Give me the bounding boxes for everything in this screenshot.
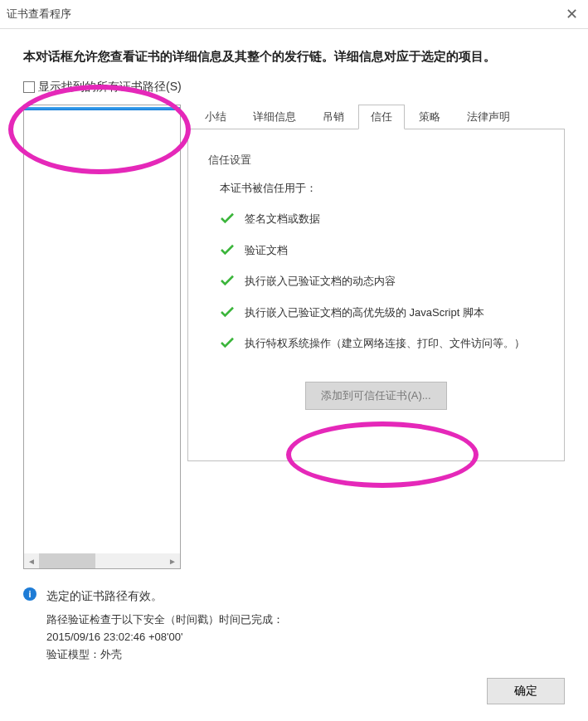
trust-item-dynamic: 执行嵌入已验证文档的动态内容 [220,273,544,290]
trust-item-label: 执行特权系统操作（建立网络连接、打印、文件访问等。） [245,335,525,352]
validation-line1: 路径验证检查于以下安全（时间戳）时间已完成： [46,611,284,629]
cert-tree-child[interactable] [24,110,180,112]
trust-section-title: 信任设置 [208,153,544,168]
validation-timestamp: 2015/09/16 23:02:46 +08'00' [46,629,284,646]
scroll-track[interactable] [39,553,165,568]
check-icon [220,275,235,286]
trust-item-sign: 签名文档或数据 [220,211,544,227]
check-icon [220,306,235,318]
footer: i 选定的证书路径有效。 路径验证检查于以下安全（时间戳）时间已完成： 2015… [23,586,565,664]
main-row: ◄ ► 小结 详细信息 吊销 信任 策略 法律声明 信任设置 本证书被信任用于： [23,105,565,569]
check-icon [220,212,235,224]
show-all-paths-row: 显示找到的所有证书路径(S) [23,80,565,95]
validation-model: 验证模型：外壳 [46,646,284,664]
ok-button[interactable]: 确定 [487,678,565,704]
show-all-paths-label: 显示找到的所有证书路径(S) [38,80,182,95]
check-icon [220,337,235,348]
bottom-bar: 确定 [487,678,565,704]
path-valid-status: 选定的证书路径有效。 [46,586,284,607]
add-to-trusted-button[interactable]: 添加到可信任证书(A)... [305,382,446,410]
info-icon: i [23,587,36,601]
trust-item-label: 签名文档或数据 [245,211,320,227]
right-panel: 小结 详细信息 吊销 信任 策略 法律声明 信任设置 本证书被信任用于： 签名文… [187,105,565,461]
trust-item-verify: 验证文档 [220,242,544,259]
dialog-description: 本对话框允许您查看证书的详细信息及其整个的发行链。详细信息对应于选定的项目。 [23,49,565,65]
tab-legal[interactable]: 法律声明 [454,105,522,129]
tab-content: 信任设置 本证书被信任用于： 签名文档或数据 验证文档 [187,129,565,461]
trust-item-privileged: 执行特权系统操作（建立网络连接、打印、文件访问等。） [220,335,544,352]
tab-details[interactable]: 详细信息 [241,105,309,129]
title-bar: 证书查看程序 ✕ [0,0,588,29]
scroll-left-icon[interactable]: ◄ [24,553,39,568]
tab-trust[interactable]: 信任 [358,105,405,129]
cert-tree-panel[interactable]: ◄ ► [23,105,181,569]
footer-texts: 选定的证书路径有效。 路径验证检查于以下安全（时间戳）时间已完成： 2015/0… [46,586,284,664]
tab-summary[interactable]: 小结 [192,105,239,129]
scroll-right-icon[interactable]: ► [165,553,180,568]
trust-item-js: 执行嵌入已验证文档的高优先级的 JavaScript 脚本 [220,304,544,321]
show-all-paths-checkbox[interactable] [23,81,35,93]
window-title: 证书查看程序 [7,7,71,22]
trust-list: 签名文档或数据 验证文档 执行嵌入已验证文档的动态内容 [220,211,544,352]
close-icon[interactable]: ✕ [566,5,578,23]
trust-item-label: 执行嵌入已验证文档的动态内容 [245,273,396,290]
tab-revocation[interactable]: 吊销 [310,105,357,129]
dialog-content: 本对话框允许您查看证书的详细信息及其整个的发行链。详细信息对应于选定的项目。 显… [0,29,588,680]
tab-policy[interactable]: 策略 [406,105,453,129]
add-trusted-wrap: 添加到可信任证书(A)... [208,382,544,410]
trust-item-label: 执行嵌入已验证文档的高优先级的 JavaScript 脚本 [245,304,484,321]
trust-intro: 本证书被信任用于： [220,181,544,196]
check-icon [220,244,235,256]
scroll-thumb[interactable] [39,553,95,568]
tab-bar: 小结 详细信息 吊销 信任 策略 法律声明 [187,105,565,129]
trust-item-label: 验证文档 [245,242,288,259]
tree-h-scrollbar[interactable]: ◄ ► [24,553,180,568]
